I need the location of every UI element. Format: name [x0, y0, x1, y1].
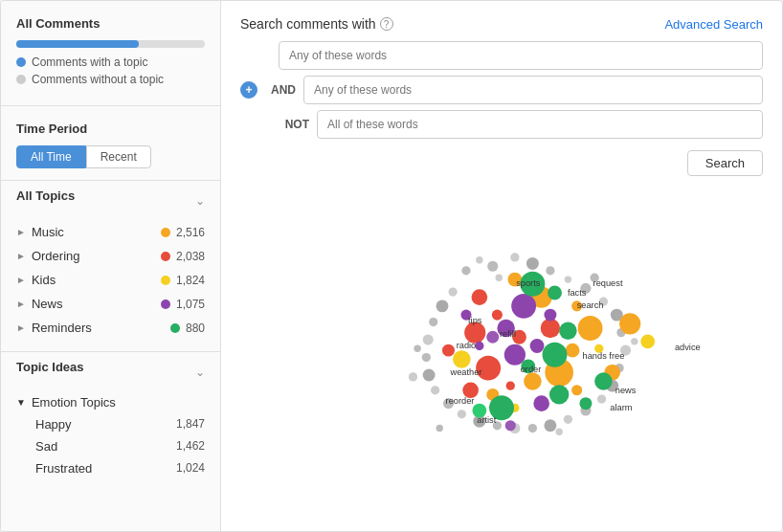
emotion-item-happy[interactable]: Happy 1,847 — [16, 413, 205, 435]
topic-arrow-reminders: ► — [16, 322, 26, 333]
bubble-yellow — [566, 344, 580, 358]
bubble — [422, 353, 431, 362]
topic-name-ordering: Ordering — [32, 249, 80, 263]
topic-item-music[interactable]: ► Music 2,516 — [16, 220, 205, 244]
bubble — [461, 266, 470, 275]
search-button[interactable]: Search — [687, 150, 763, 176]
bubble-yellow — [640, 334, 655, 348]
bubble-purple — [505, 420, 516, 431]
search-row-1 — [240, 41, 763, 70]
bubble-label-advice: advice — [675, 343, 701, 352]
emotion-item-happy-count: 1,847 — [176, 417, 205, 432]
app-container: All Comments Comments with a topic Comme… — [0, 0, 783, 532]
bubble-green — [548, 286, 562, 300]
topic-item-ordering[interactable]: ► Ordering 2,038 — [16, 244, 205, 268]
divider-1 — [1, 105, 220, 106]
emotion-item-frustrated[interactable]: Frustrated 1,024 — [16, 457, 205, 479]
search-input-row3[interactable] — [317, 110, 763, 139]
search-actions: Search — [240, 150, 763, 176]
bubble — [544, 419, 556, 432]
bubble-label-request: request — [593, 278, 623, 288]
bubble-red — [541, 319, 560, 338]
topic-dot-kids — [161, 276, 170, 285]
bubble — [510, 253, 519, 261]
bubble — [564, 415, 572, 424]
legend-item-without-topic: Comments without a topic — [16, 73, 205, 86]
bubble-green — [594, 372, 613, 390]
search-input-row2[interactable] — [303, 76, 763, 104]
bubble — [431, 386, 439, 394]
bubble-purple — [511, 294, 536, 319]
legend-dot-with-topic — [16, 57, 26, 67]
bubble-red — [442, 344, 455, 357]
search-form: + AND NOT — [240, 41, 763, 139]
bubble-purple — [486, 331, 499, 344]
legend-item-with-topic: Comments with a topic — [16, 55, 205, 69]
bubble — [487, 261, 498, 272]
bubble-label-hands-free: hands free — [583, 351, 625, 361]
topic-dot-music — [161, 228, 170, 237]
bubble — [414, 345, 420, 352]
comments-legend: Comments with a topic Comments without a… — [16, 55, 205, 86]
bubble-label-reorder: reorder — [446, 396, 475, 406]
bubble — [546, 266, 554, 275]
topic-arrow-music: ► — [16, 227, 26, 237]
time-period-title: Time Period — [16, 122, 205, 136]
time-btn-recent[interactable]: Recent — [86, 145, 151, 168]
all-topics-section: All Topics ⌄ ► Music 2,516 ► Ordering — [1, 180, 220, 351]
all-topics-collapse-icon[interactable]: ⌄ — [195, 194, 205, 208]
bubble — [423, 334, 434, 344]
bubble-purple — [544, 309, 556, 321]
search-comments-label: Search comments with ? — [240, 16, 393, 32]
bubble — [555, 429, 562, 435]
time-btn-all-time[interactable]: All Time — [16, 145, 86, 168]
bubble-red — [472, 289, 488, 305]
bubble — [526, 257, 539, 270]
search-row-2: + AND — [240, 76, 763, 104]
topic-item-reminders[interactable]: ► Reminders 880 — [16, 316, 205, 340]
topic-item-kids[interactable]: ► Kids 1,824 — [16, 268, 205, 292]
topic-name-news: News — [32, 297, 63, 311]
bubble — [476, 256, 482, 263]
legend-dot-without-topic — [16, 75, 26, 84]
chart-boundary — [400, 239, 613, 452]
sidebar: All Comments Comments with a topic Comme… — [1, 1, 221, 531]
comments-progress-bar — [16, 40, 205, 48]
bubble — [436, 425, 443, 432]
and-plus-icon: + — [240, 81, 257, 99]
emotion-item-frustrated-name: Frustrated — [35, 461, 92, 476]
search-header: Search comments with ? Advanced Search — [240, 16, 763, 32]
bubble — [528, 424, 537, 432]
search-label-not: NOT — [279, 118, 309, 131]
emotion-item-sad[interactable]: Sad 1,462 — [16, 435, 205, 457]
topic-left-reminders: ► Reminders — [16, 321, 92, 335]
topic-dot-reminders — [170, 323, 180, 333]
all-topics-title: All Topics — [16, 188, 75, 203]
help-icon[interactable]: ? — [380, 17, 393, 31]
advanced-search-link[interactable]: Advanced Search — [664, 17, 763, 32]
topic-dot-news — [161, 299, 170, 309]
bubble-purple — [504, 344, 526, 366]
search-input-row1[interactable] — [279, 41, 763, 70]
legend-label-with-topic: Comments with a topic — [32, 55, 147, 69]
topic-item-news[interactable]: ► News 1,075 — [16, 292, 205, 316]
bubble — [565, 276, 571, 282]
legend-label-without-topic: Comments without a topic — [32, 73, 164, 86]
topic-name-reminders: Reminders — [32, 321, 92, 335]
bubble-label-artist: artist — [477, 415, 496, 425]
search-label-and: AND — [265, 83, 296, 97]
topic-ideas-collapse-icon[interactable]: ⌄ — [195, 366, 205, 379]
bubble-label-weather: weather — [450, 367, 482, 377]
emotion-topics-title: Emotion Topics — [32, 395, 116, 410]
topic-count-music: 2,516 — [176, 226, 205, 239]
bubble-label-search: search — [577, 300, 604, 310]
bubble-label-tips: tips — [468, 316, 482, 325]
bubble-yellow — [619, 313, 640, 334]
topic-left-ordering: ► Ordering — [16, 249, 79, 263]
emotion-topics-header[interactable]: ▼ Emotion Topics — [16, 395, 205, 410]
bubble-svg: sports facts request search tips refill … — [240, 176, 763, 516]
time-btn-group: All Time Recent — [16, 145, 205, 168]
bubble-red — [492, 310, 503, 321]
bubble-yellow — [578, 316, 603, 341]
bubble-label-news: news — [615, 386, 637, 395]
